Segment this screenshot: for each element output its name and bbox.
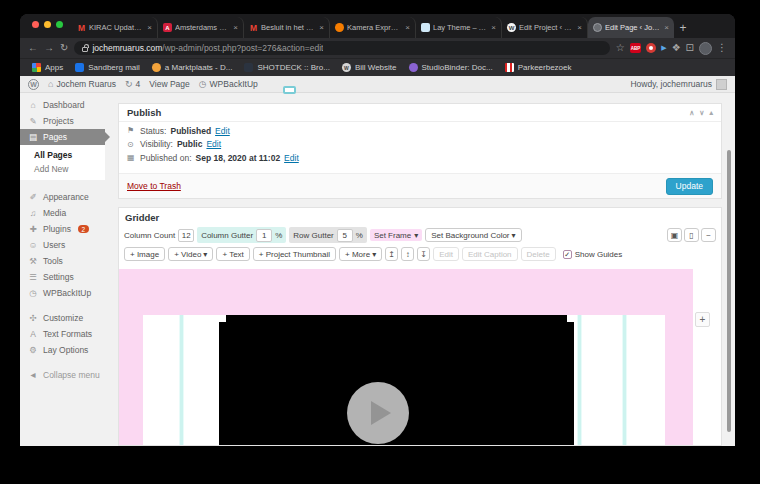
column-gutter-input[interactable]: 1 bbox=[256, 229, 272, 242]
close-button[interactable] bbox=[32, 21, 39, 28]
submenu-add-new[interactable]: Add New bbox=[20, 162, 105, 176]
bookmark-shotdeck[interactable]: SHOTDECK :: Bro... bbox=[244, 63, 329, 72]
sidebar-item-lay-options[interactable]: ⚙Lay Options bbox=[20, 342, 105, 358]
update-button[interactable]: Update bbox=[666, 178, 713, 195]
adminbar-howdy[interactable]: Howdy, jochemruarus bbox=[630, 79, 727, 90]
bookmark-sandberg-mail[interactable]: Sandberg mail bbox=[75, 63, 140, 72]
zoom-button[interactable] bbox=[56, 21, 63, 28]
page-scrollbar[interactable] bbox=[727, 150, 731, 432]
move-to-trash-link[interactable]: Move to Trash bbox=[127, 181, 181, 191]
play-button[interactable] bbox=[347, 382, 409, 444]
sidebar-item-customize[interactable]: ✣Customize bbox=[20, 310, 105, 326]
play-triangle-icon bbox=[371, 401, 391, 425]
add-more-dropdown[interactable]: + More▾ bbox=[339, 247, 382, 261]
row-gutter-input[interactable]: 5 bbox=[337, 229, 353, 242]
sandberg-icon bbox=[75, 63, 84, 72]
submenu-all-pages[interactable]: All Pages bbox=[20, 148, 105, 162]
wordpress-logo-icon[interactable]: W bbox=[28, 79, 39, 90]
tab-title: Lay Theme – The De bbox=[433, 23, 488, 32]
sidebar-item-users[interactable]: ☺Users bbox=[20, 237, 105, 253]
record-extension-icon[interactable] bbox=[646, 43, 656, 53]
column-count-label: Column Count bbox=[124, 231, 175, 240]
edit-visibility-link[interactable]: Edit bbox=[206, 139, 221, 149]
new-tab-button[interactable]: + bbox=[674, 17, 692, 38]
close-icon[interactable]: × bbox=[405, 23, 410, 32]
video-block[interactable] bbox=[219, 315, 574, 445]
forward-icon[interactable]: → bbox=[44, 43, 54, 53]
tab-amsterdams-fonds[interactable]: A Amsterdams Fonds × bbox=[158, 17, 244, 38]
tab-kirac[interactable]: M KIRAC Update: Setti × bbox=[72, 17, 158, 38]
tab-kamera-express[interactable]: Kamera Express - A × bbox=[330, 17, 416, 38]
tab-besluit[interactable]: M Besluit in het kader × bbox=[244, 17, 330, 38]
sidebar-item-wpbackitup[interactable]: ◷WPBackItUp bbox=[20, 285, 105, 301]
bookmark-apps[interactable]: Apps bbox=[32, 63, 63, 72]
sidebar-item-dashboard[interactable]: ⌂Dashboard bbox=[20, 97, 105, 113]
set-frame-dropdown[interactable]: Set Frame ▾ bbox=[370, 229, 422, 241]
sidebar-item-settings[interactable]: ☰Settings bbox=[20, 269, 105, 285]
sidebar-item-pages[interactable]: ▤Pages bbox=[20, 129, 105, 145]
bookmark-parkeerbezoek[interactable]: Parkeerbezoek bbox=[505, 63, 572, 72]
align-middle-icon[interactable]: ↕ bbox=[401, 247, 414, 261]
bookmark-bill-website[interactable]: WBill Website bbox=[342, 63, 397, 72]
cast-icon[interactable]: ⊡ bbox=[686, 43, 694, 53]
align-top-icon[interactable]: ↥ bbox=[385, 247, 398, 261]
tab-lay-theme[interactable]: Lay Theme – The De × bbox=[416, 17, 502, 38]
adminbar-wpbackitup[interactable]: ◷ WPBackItUp bbox=[199, 79, 258, 89]
adblock-extension-icon[interactable]: ABP bbox=[630, 43, 642, 53]
close-icon[interactable]: × bbox=[319, 23, 324, 32]
tab-edit-page-active[interactable]: Edit Page ‹ Jochem × bbox=[588, 17, 674, 38]
adminbar-updates[interactable]: ↻ 4 bbox=[125, 79, 140, 89]
tab-title: Edit Project ‹ Matthi bbox=[519, 23, 574, 32]
adminbar-view-page[interactable]: View Page bbox=[149, 79, 189, 89]
back-icon[interactable]: ← bbox=[28, 43, 38, 53]
close-icon[interactable]: × bbox=[147, 23, 152, 32]
align-bottom-icon[interactable]: ↧ bbox=[417, 247, 430, 261]
sidebar-item-tools[interactable]: ⚒Tools bbox=[20, 253, 105, 269]
resize-handle-top-right[interactable] bbox=[567, 315, 574, 322]
url-field[interactable]: jochemruarus.com/wp-admin/post.php?post=… bbox=[74, 41, 609, 55]
bookmark-studiobinder[interactable]: StudioBinder: Doc... bbox=[409, 63, 493, 72]
sidebar-item-appearance[interactable]: ✐Appearance bbox=[20, 189, 105, 205]
edit-date-link[interactable]: Edit bbox=[284, 153, 299, 163]
sidebar-item-media[interactable]: ♫Media bbox=[20, 205, 105, 221]
add-project-thumbnail-button[interactable]: + Project Thumbnail bbox=[253, 247, 336, 261]
minimize-button[interactable] bbox=[44, 21, 51, 28]
bookmark-star-icon[interactable]: ☆ bbox=[616, 43, 625, 53]
tab-edit-project[interactable]: W Edit Project ‹ Matthi × bbox=[502, 17, 588, 38]
close-icon[interactable]: × bbox=[664, 23, 669, 32]
resize-handle-top-left[interactable] bbox=[219, 315, 226, 322]
bookmark-marktplaats[interactable]: a Marktplaats - D... bbox=[152, 63, 233, 72]
gridder-canvas[interactable]: + bbox=[119, 269, 721, 445]
users-icon: ☺ bbox=[28, 240, 38, 250]
sidebar-item-collapse-menu[interactable]: ◄Collapse menu bbox=[20, 367, 105, 383]
adminbar-site-name[interactable]: ⌂ Jochem Ruarus bbox=[48, 79, 116, 89]
mobile-preview-icon[interactable]: ▯ bbox=[684, 228, 699, 242]
sidebar-item-text-formats[interactable]: AText Formats bbox=[20, 326, 105, 342]
reload-icon[interactable]: ↻ bbox=[60, 43, 68, 53]
desktop-preview-icon[interactable]: ▣ bbox=[667, 228, 682, 242]
show-guides-control[interactable]: ✓ Show Guides bbox=[563, 250, 623, 259]
close-icon[interactable]: × bbox=[233, 23, 238, 32]
sidebar-item-projects[interactable]: ✎Projects bbox=[20, 113, 105, 129]
collapse-toolbar-icon[interactable]: − bbox=[701, 228, 716, 242]
add-text-button[interactable]: + Text bbox=[216, 247, 249, 261]
sidebar-item-plugins[interactable]: ✚Plugins2 bbox=[20, 221, 105, 237]
move-down-icon[interactable]: ∨ bbox=[699, 109, 704, 117]
close-icon[interactable]: × bbox=[491, 23, 496, 32]
move-up-icon[interactable]: ∧ bbox=[689, 109, 694, 117]
column-count-input[interactable]: 12 bbox=[178, 229, 194, 242]
add-video-dropdown[interactable]: + Video▾ bbox=[168, 247, 213, 261]
close-icon[interactable]: × bbox=[577, 23, 582, 32]
focused-media-button-peek[interactable] bbox=[283, 86, 296, 94]
edit-status-link[interactable]: Edit bbox=[215, 126, 230, 136]
extensions-puzzle-icon[interactable]: ❖ bbox=[672, 43, 681, 53]
add-image-button[interactable]: + Image bbox=[124, 247, 165, 261]
menu-dots-icon[interactable]: ⋮ bbox=[717, 43, 727, 53]
profile-avatar[interactable] bbox=[699, 42, 712, 55]
toggle-panel-icon[interactable]: ▴ bbox=[709, 109, 713, 117]
calendar-icon: ▦ bbox=[127, 153, 136, 162]
checked-checkbox[interactable]: ✓ bbox=[563, 250, 572, 259]
set-background-color-dropdown[interactable]: Set Background Color ▾ bbox=[425, 228, 521, 242]
arrow-extension-icon[interactable]: ▶ bbox=[661, 44, 666, 52]
customize-icon: ✣ bbox=[28, 313, 38, 323]
